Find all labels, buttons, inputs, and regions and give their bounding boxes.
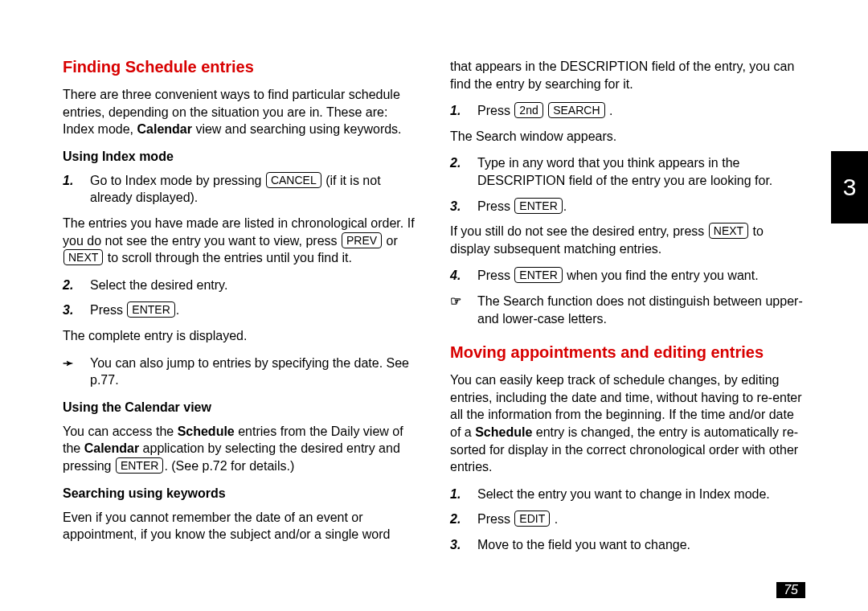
- edit-step-2: 2. Press EDIT .: [450, 511, 805, 528]
- para-search-window: The Search window appears.: [450, 128, 805, 146]
- intro-text: There are three convenient ways to find …: [63, 86, 418, 138]
- chapter-tab: 3: [831, 151, 868, 223]
- key-enter: ENTER: [127, 301, 174, 318]
- para-description-field: that appears in the DESCRIPTION field of…: [450, 58, 805, 92]
- para-complete-entry: The complete entry is displayed.: [63, 327, 418, 345]
- key-enter-2: ENTER: [116, 457, 163, 474]
- key-edit: EDIT: [514, 511, 550, 527]
- heading-moving: Moving appointments and editing entries: [450, 343, 805, 362]
- edit-step-3: 3. Move to the field you want to change.: [450, 536, 805, 554]
- arrow-icon: ➛: [63, 355, 90, 389]
- step-2: 2. Select the desired entry.: [63, 277, 418, 294]
- right-column: that appears in the DESCRIPTION field of…: [450, 58, 805, 561]
- key-enter-4: ENTER: [514, 267, 562, 283]
- sub-using-index: Using Index mode: [63, 150, 418, 164]
- sub-calendar-view: Using the Calendar view: [63, 400, 418, 415]
- page: Finding Schedule entries There are three…: [0, 0, 868, 585]
- search-step-2: 2. Type in any word that you think appea…: [450, 154, 805, 189]
- search-step-4: 4. Press ENTER when you find the entry y…: [450, 267, 805, 285]
- step-1: 1. Go to Index mode by pressing CANCEL (…: [63, 172, 418, 207]
- para-calendar: You can access the Schedule entries from…: [63, 423, 418, 475]
- key-enter-3: ENTER: [514, 198, 562, 214]
- para-still-not-found: If you still do not see the desired entr…: [450, 223, 805, 257]
- tip-row: ➛ You can also jump to entries by specif…: [63, 355, 418, 389]
- key-search: SEARCH: [548, 102, 604, 118]
- heading-finding: Finding Schedule entries: [63, 58, 418, 76]
- key-next: NEXT: [63, 249, 103, 265]
- page-number: 75: [776, 582, 805, 598]
- note-row: ☞ The Search function does not distingui…: [450, 293, 805, 327]
- sub-keywords: Searching using keywords: [63, 486, 418, 501]
- key-2nd: 2nd: [514, 102, 542, 118]
- search-step-1: 1. Press 2nd SEARCH .: [450, 102, 805, 120]
- para-chronological: The entries you have made are listed in …: [63, 215, 418, 267]
- edit-step-1: 1. Select the entry you want to change i…: [450, 486, 805, 503]
- key-cancel: CANCEL: [266, 172, 321, 188]
- step-3: 3. Press ENTER.: [63, 301, 418, 319]
- para-keywords: Even if you cannot remember the date of …: [63, 509, 418, 543]
- para-moving: You can easily keep track of schedule ch…: [450, 371, 805, 476]
- left-column: Finding Schedule entries There are three…: [63, 58, 418, 561]
- search-step-3: 3. Press ENTER.: [450, 198, 805, 215]
- key-next-2: NEXT: [709, 223, 748, 239]
- key-prev: PREV: [342, 232, 382, 248]
- hand-icon: ☞: [450, 293, 477, 327]
